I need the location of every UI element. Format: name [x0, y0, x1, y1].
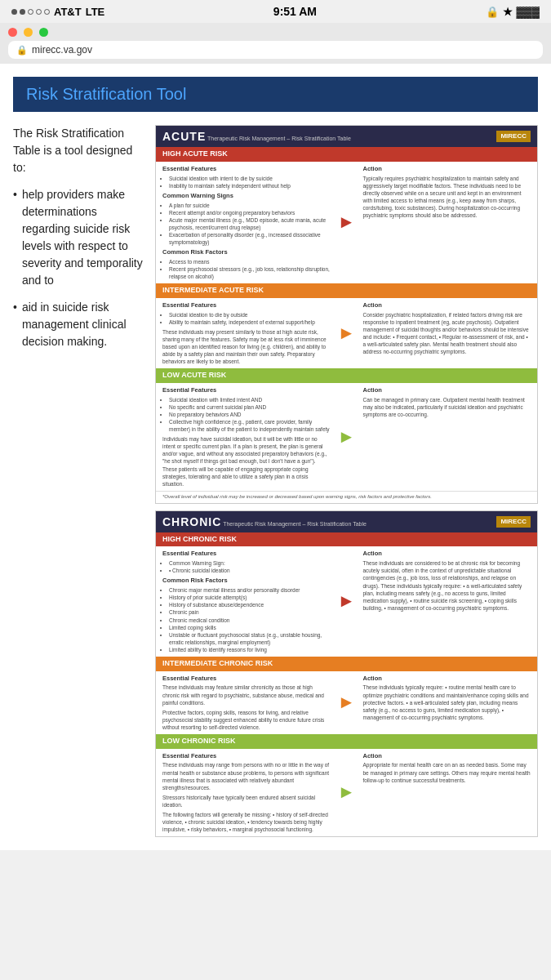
high-chronic-rf-title: Common Risk Factors	[162, 577, 331, 585]
high-acute-arrow: ►	[337, 165, 357, 280]
low-chronic-arrow: ►	[337, 752, 357, 834]
high-chronic-action-col: Action These individuals are considered …	[363, 550, 531, 653]
high-chronic-rf-2: History of prior suicide attempt(s)	[169, 594, 331, 601]
page-title: Risk Stratification Tool	[26, 85, 186, 104]
high-acute-warning-2: Recent attempt and/or ongoing preparator…	[169, 209, 331, 216]
low-chronic-features-col: Essential Features These individuals may…	[162, 752, 331, 834]
high-acute-warning-3: Acute major mental illness (e.g., MDD ep…	[169, 216, 331, 231]
high-acute-features-list: Suicidal ideation with intent to die by …	[162, 175, 331, 189]
high-acute-risk-factors-list: Access to means Recent psychosocial stre…	[162, 258, 331, 280]
high-chronic-rf-7: Unstable or fluctuant psychosocial statu…	[169, 631, 331, 646]
low-acute-features-list: Suicidal ideation with limited intent AN…	[162, 396, 331, 433]
high-chronic-rf-6: Limited coping skills	[169, 624, 331, 631]
high-chronic-rf-list: Chronic major mental illness and/or pers…	[162, 586, 331, 653]
high-acute-warning-1: A plan for suicide	[169, 202, 331, 209]
low-acute-feature-3: No preparatory behaviors AND	[169, 411, 331, 418]
high-acute-action-text: Typically requires psychiatric hospitali…	[363, 175, 531, 220]
high-chronic-arrow-icon: ►	[338, 590, 356, 613]
bullet-icon-1: •	[13, 186, 17, 289]
high-chronic-section: HIGH CHRONIC RISK Essential Features Com…	[156, 532, 537, 657]
intermediate-chronic-arrow: ►	[337, 675, 357, 731]
high-chronic-label: HIGH CHRONIC RISK	[156, 532, 537, 547]
high-chronic-rf-1: Chronic major mental illness and/or pers…	[169, 586, 331, 594]
acute-footnote: *Overall level of individual risk may be…	[156, 491, 537, 503]
high-acute-warning-4: Exacerbation of personality disorder (e.…	[169, 231, 331, 246]
low-chronic-arrow-icon: ►	[338, 781, 356, 804]
browser-bar: 🔒 mirecc.va.gov	[0, 23, 551, 64]
intro-text: The Risk Stratification Table is a tool …	[13, 125, 144, 176]
url-bar[interactable]: 🔒 mirecc.va.gov	[8, 41, 543, 59]
low-acute-feature-4: Collective high confidence (e.g., patien…	[169, 418, 331, 433]
right-content: ACUTE Therapeutic Risk Management – Risk…	[155, 125, 538, 837]
bullet-text-1: help providers make determinations regar…	[22, 186, 144, 289]
high-acute-section: HIGH ACUTE RISK Essential Features Suici…	[156, 147, 537, 283]
intermediate-chronic-arrow-icon: ►	[338, 691, 356, 715]
high-chronic-features-col: Essential Features Common Warning Sign: …	[162, 550, 331, 653]
low-chronic-action-text: Appropriate for mental health care on an…	[363, 761, 531, 783]
left-description: The Risk Stratification Table is a tool …	[13, 125, 144, 837]
high-acute-body: Essential Features Suicidal ideation wit…	[156, 162, 537, 283]
low-acute-body: Essential Features Suicidal ideation wit…	[156, 383, 537, 491]
bullet-2: • aid in suicide risk management clinica…	[13, 299, 144, 350]
signal-dot-2	[20, 9, 25, 15]
low-acute-features-title: Essential Features	[162, 386, 331, 394]
high-chronic-action-title: Action	[363, 550, 531, 558]
status-time: 9:51 AM	[273, 5, 317, 18]
intermediate-chronic-features-title: Essential Features	[162, 675, 331, 683]
high-chronic-features-title: Essential Features	[162, 550, 331, 558]
bullet-text-2: aid in suicide risk management clinical …	[22, 299, 144, 350]
low-acute-arrow: ►	[337, 386, 357, 488]
intermediate-acute-features-list: Suicidal ideation to die by outside Abil…	[162, 311, 331, 326]
chronic-header-left: CHRONIC Therapeutic Risk Management – Ri…	[162, 514, 367, 529]
signal-dot-1	[11, 9, 17, 15]
high-acute-features-title: Essential Features	[162, 165, 331, 173]
intermediate-acute-action-col: Action Consider psychiatric hospitalizat…	[363, 301, 531, 365]
low-acute-feature-1: Suicidal ideation with limited intent AN…	[169, 396, 331, 403]
signal-dot-4	[36, 9, 42, 15]
high-acute-warning-list: A plan for suicide Recent attempt and/or…	[162, 202, 331, 247]
high-chronic-feature-2: • Chronic suicidal ideation	[169, 567, 331, 574]
carrier-label: AT&T	[54, 6, 82, 18]
high-acute-rf-1: Access to means	[169, 258, 331, 265]
high-acute-feature-2: Inability to maintain safety independent…	[169, 182, 331, 189]
acute-header-left: ACUTE Therapeutic Risk Management – Risk…	[162, 129, 351, 144]
high-chronic-rf-4: Chronic pain	[169, 608, 331, 616]
high-acute-action-title: Action	[363, 165, 531, 173]
intermediate-acute-action-text: Consider psychiatric hospitalization, if…	[363, 311, 531, 356]
chronic-mirecc-badge: MIRECC	[496, 516, 531, 528]
content-layout: The Risk Stratification Table is a tool …	[13, 125, 538, 837]
low-acute-feature-2: No specific and current suicidal plan AN…	[169, 403, 331, 411]
battery-icon: ▓▓▓	[517, 6, 540, 18]
close-button[interactable]	[8, 28, 17, 37]
status-left: AT&T LTE	[11, 6, 104, 18]
signal-dot-5	[44, 9, 50, 15]
low-chronic-section: LOW CHRONIC RISK Essential Features Thes…	[156, 734, 537, 836]
high-chronic-rf-5: Chronic medical condition	[169, 617, 331, 624]
lock-status-icon: 🔒	[486, 6, 499, 18]
low-chronic-features-title: Essential Features	[162, 752, 331, 760]
signal-dots	[11, 9, 50, 15]
low-chronic-body: Essential Features These individuals may…	[156, 749, 537, 837]
intermediate-chronic-protective: Protective factors, coping skills, reaso…	[162, 709, 331, 731]
acute-subtitle: Therapeutic Risk Management – Risk Strat…	[207, 136, 351, 141]
network-label: LTE	[86, 6, 105, 18]
low-chronic-stressors: Stressors historically have typically be…	[162, 794, 331, 808]
maximize-button[interactable]	[39, 28, 48, 37]
signal-dot-3	[28, 9, 33, 15]
low-chronic-action-col: Action Appropriate for mental health car…	[363, 752, 531, 834]
high-chronic-rf-8: Limited ability to identify reasons for …	[169, 646, 331, 653]
chronic-card: CHRONIC Therapeutic Risk Management – Ri…	[155, 510, 538, 838]
minimize-button[interactable]	[24, 28, 33, 37]
low-acute-arrow-icon: ►	[338, 425, 356, 449]
page-header: Risk Stratification Tool	[13, 77, 538, 112]
high-acute-warning-title: Common Warning Signs	[162, 192, 331, 200]
bluetooth-icon: ★	[503, 6, 513, 18]
status-bar: AT&T LTE 9:51 AM 🔒 ★ ▓▓▓	[0, 0, 551, 23]
intermediate-acute-action-title: Action	[363, 301, 531, 310]
high-acute-risk-factors-title: Common Risk Factors	[162, 248, 331, 256]
acute-card-header: ACUTE Therapeutic Risk Management – Risk…	[156, 126, 537, 147]
url-text: mirecc.va.gov	[32, 44, 92, 56]
intermediate-acute-features-title: Essential Features	[162, 301, 331, 310]
acute-mirecc-badge: MIRECC	[496, 131, 531, 142]
high-acute-feature-1: Suicidal ideation with intent to die by …	[169, 175, 331, 182]
